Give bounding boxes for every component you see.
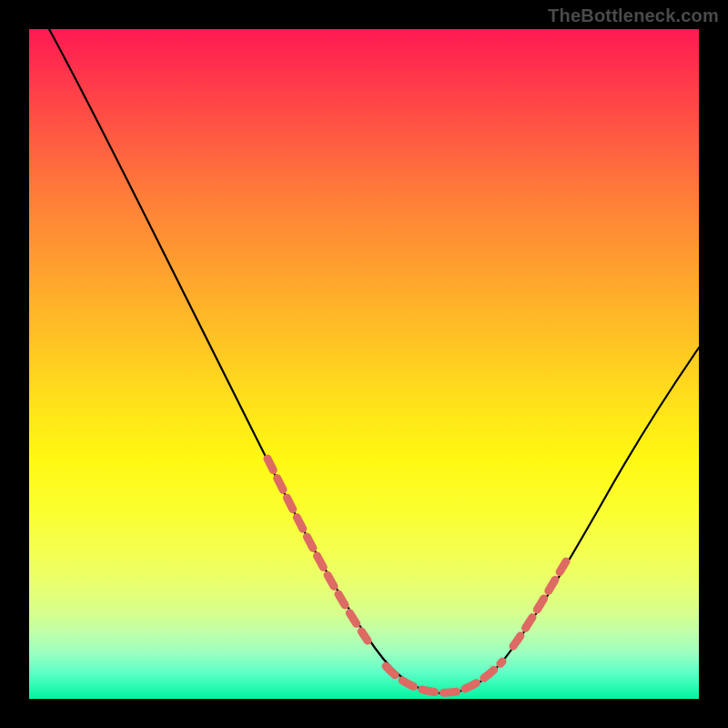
chart-svg (29, 29, 699, 699)
bottleneck-curve (49, 29, 699, 693)
left-descent-markers (268, 459, 368, 641)
right-ascent-markers (513, 561, 566, 646)
watermark-text: TheBottleneck.com (548, 5, 719, 26)
plot-area (29, 29, 699, 699)
chart-frame: TheBottleneck.com (0, 0, 728, 728)
valley-markers (386, 662, 502, 693)
